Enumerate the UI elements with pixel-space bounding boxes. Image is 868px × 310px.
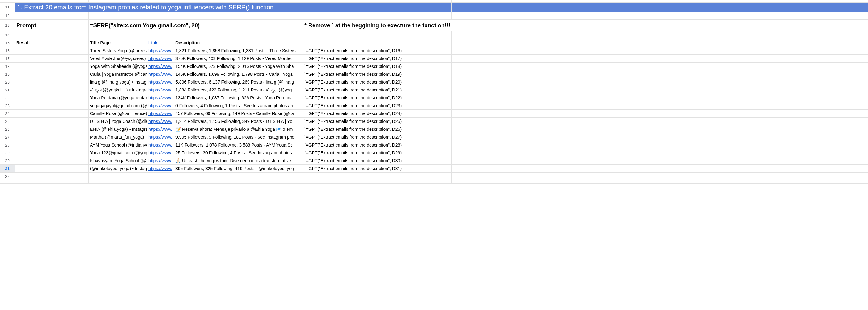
cell-blank[interactable] bbox=[89, 31, 147, 39]
cell-blank[interactable] bbox=[174, 0, 303, 2]
profile-link[interactable]: https://www. bbox=[149, 158, 172, 163]
row-header[interactable]: 11 bbox=[0, 2, 15, 12]
profile-link[interactable]: https://www. bbox=[149, 127, 172, 132]
cell-col-a[interactable] bbox=[15, 118, 89, 125]
cell-blank[interactable] bbox=[489, 149, 868, 157]
cell-blank[interactable] bbox=[489, 173, 868, 181]
gpt-formula-cell[interactable]: `=GPT("Extract emails from the descripti… bbox=[303, 102, 414, 110]
link-cell[interactable]: https://www. bbox=[147, 125, 174, 133]
row-header[interactable]: 23 bbox=[0, 102, 15, 110]
profile-link[interactable]: https://www. bbox=[149, 119, 172, 124]
row-header[interactable]: 20 bbox=[0, 78, 15, 86]
cell-blank[interactable] bbox=[414, 12, 452, 20]
gpt-formula-cell[interactable]: `=GPT("Extract emails from the descripti… bbox=[303, 94, 414, 102]
description-cell[interactable]: 1,214 Followers, 1,155 Following, 349 Po… bbox=[174, 118, 303, 125]
link-cell[interactable]: https://www. bbox=[147, 70, 174, 78]
link-cell[interactable]: https://www. bbox=[147, 149, 174, 157]
title-page-cell[interactable]: yogagagayot@gmail.com (@yogagagayot) bbox=[89, 102, 147, 110]
profile-link[interactable]: https://www. bbox=[149, 143, 172, 148]
cell-blank[interactable] bbox=[414, 47, 452, 55]
cell-blank[interactable] bbox=[452, 94, 489, 102]
cell-col-a[interactable] bbox=[15, 63, 89, 70]
cell-col-a[interactable] bbox=[15, 102, 89, 110]
cell-blank[interactable] bbox=[489, 63, 868, 70]
gpt-formula-cell[interactable]: `=GPT("Extract emails from the descripti… bbox=[303, 78, 414, 86]
row-header[interactable]: 30 bbox=[0, 157, 15, 165]
gpt-formula-cell[interactable]: `=GPT("Extract emails from the descripti… bbox=[303, 47, 414, 55]
title-page-cell[interactable]: Yoga 123@gmail.com (@yoga123) bbox=[89, 149, 147, 157]
cell-blank[interactable] bbox=[489, 141, 868, 149]
profile-link[interactable]: https://www. bbox=[149, 87, 172, 92]
gpt-formula-cell[interactable]: `=GPT("Extract emails from the descripti… bbox=[303, 70, 414, 78]
cell-blank[interactable] bbox=[489, 157, 868, 165]
cell-blank[interactable] bbox=[452, 31, 489, 39]
cell-col-a[interactable] bbox=[15, 110, 89, 118]
cell-blank[interactable] bbox=[489, 165, 868, 173]
cell-blank[interactable] bbox=[303, 173, 414, 181]
link-cell[interactable]: https://www. bbox=[147, 55, 174, 63]
cell-blank[interactable] bbox=[147, 12, 174, 20]
cell-blank[interactable] bbox=[489, 70, 868, 78]
cell-blank[interactable] bbox=[147, 0, 174, 2]
link-header-text[interactable]: Link bbox=[149, 40, 158, 45]
cell-blank[interactable] bbox=[303, 12, 414, 20]
cell-col-a[interactable] bbox=[15, 149, 89, 157]
description-cell[interactable]: 145K Followers, 1,699 Following, 1,798 P… bbox=[174, 70, 303, 78]
cell-col-a[interactable] bbox=[15, 165, 89, 173]
cell-blank[interactable] bbox=[89, 173, 147, 181]
row-header[interactable]: 32 bbox=[0, 173, 15, 181]
row-header[interactable]: 17 bbox=[0, 55, 15, 63]
link-cell[interactable]: https://www. bbox=[147, 133, 174, 141]
cell-blank[interactable] bbox=[452, 173, 489, 181]
gpt-formula-cell[interactable]: `=GPT("Extract emails from the descripti… bbox=[303, 118, 414, 125]
description-cell[interactable]: 134K Followers, 1,037 Following, 626 Pos… bbox=[174, 94, 303, 102]
cell-blank[interactable] bbox=[414, 63, 452, 70]
title-page-cell[interactable]: Camille Rose (@camillerose) bbox=[89, 110, 147, 118]
cell-blank[interactable] bbox=[452, 78, 489, 86]
cell-blank[interactable] bbox=[452, 70, 489, 78]
cell-blank[interactable] bbox=[414, 102, 452, 110]
profile-link[interactable]: https://www. bbox=[149, 111, 172, 116]
cell-col-a[interactable] bbox=[15, 55, 89, 63]
cell-blank[interactable] bbox=[489, 86, 868, 94]
link-cell[interactable]: https://www. bbox=[147, 110, 174, 118]
profile-link[interactable]: https://www. bbox=[149, 48, 172, 53]
title-page-cell[interactable]: Ishavasyam Yoga School (@ishavasyam) bbox=[89, 157, 147, 165]
gpt-formula-cell[interactable]: `=GPT("Extract emails from the descripti… bbox=[303, 133, 414, 141]
cell-blank[interactable] bbox=[452, 149, 489, 157]
description-cell[interactable]: 1,821 Followers, 1,858 Following, 1,331 … bbox=[174, 47, 303, 55]
profile-link[interactable]: https://www. bbox=[149, 80, 172, 85]
link-cell[interactable]: https://www. bbox=[147, 118, 174, 125]
cell-blank[interactable] bbox=[89, 181, 147, 184]
link-cell[interactable]: https://www. bbox=[147, 47, 174, 55]
cell-col-a[interactable] bbox=[15, 141, 89, 149]
cell-blank[interactable] bbox=[89, 12, 147, 20]
cell-blank[interactable] bbox=[452, 165, 489, 173]
spreadsheet-grid[interactable]: 111. Extract 20 emails from Instagram pr… bbox=[0, 0, 868, 184]
row-header[interactable]: 31 bbox=[0, 165, 15, 173]
cell-blank[interactable] bbox=[489, 110, 868, 118]
profile-link[interactable]: https://www. bbox=[149, 72, 172, 77]
row-header[interactable]: 21 bbox=[0, 86, 15, 94]
title-page-cell[interactable]: lina g (@lina.g.yoga) • Instagram bbox=[89, 78, 147, 86]
cell-blank[interactable] bbox=[414, 141, 452, 149]
title-page-cell[interactable]: Martha (@marta_fun_yoga) bbox=[89, 133, 147, 141]
cell-blank[interactable] bbox=[414, 70, 452, 78]
cell-blank[interactable] bbox=[174, 12, 303, 20]
description-cell[interactable]: 457 Followers, 69 Following, 149 Posts -… bbox=[174, 110, 303, 118]
cell-blank[interactable] bbox=[489, 94, 868, 102]
cell-blank[interactable] bbox=[489, 0, 868, 2]
link-cell[interactable]: https://www. bbox=[147, 78, 174, 86]
cell-col-a[interactable] bbox=[15, 157, 89, 165]
cell-blank[interactable] bbox=[174, 181, 303, 184]
gpt-formula-cell[interactable]: `=GPT("Extract emails from the descripti… bbox=[303, 55, 414, 63]
description-cell[interactable]: 25 Followers, 30 Following, 4 Posts - Se… bbox=[174, 149, 303, 157]
gpt-formula-cell[interactable]: `=GPT("Extract emails from the descripti… bbox=[303, 86, 414, 94]
cell-blank[interactable] bbox=[414, 173, 452, 181]
cell-blank[interactable] bbox=[303, 0, 414, 2]
title-page-cell[interactable]: Yoga With Shaheeda (@yogawithshaheeda) bbox=[89, 63, 147, 70]
cell-blank[interactable] bbox=[452, 47, 489, 55]
profile-link[interactable]: https://www. bbox=[149, 150, 172, 155]
cell-blank[interactable] bbox=[303, 39, 414, 47]
cell-blank[interactable] bbox=[452, 12, 489, 20]
